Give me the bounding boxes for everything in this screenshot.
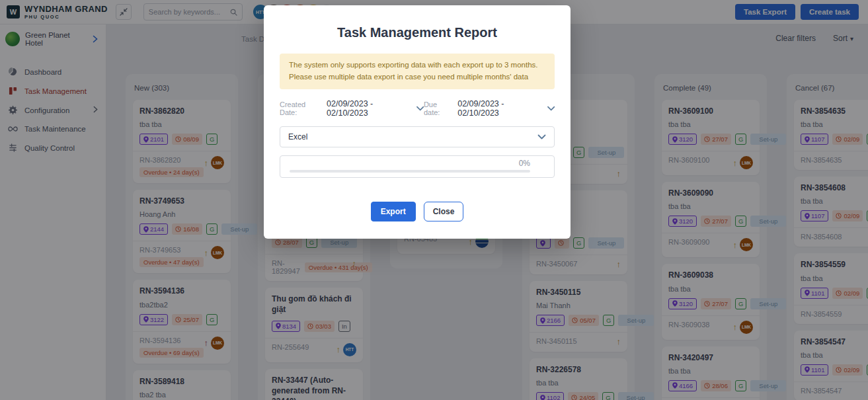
export-format-value: Excel	[288, 132, 307, 141]
date-filters-row: Created Date: 02/09/2023 - 02/10/2023 Du…	[280, 99, 555, 118]
created-date-value: 02/09/2023 - 02/10/2023	[327, 99, 412, 118]
progress-track	[290, 170, 530, 173]
chevron-down-icon	[416, 106, 424, 111]
chevron-down-icon	[537, 134, 546, 140]
export-progress: 0%	[280, 155, 555, 178]
modal-actions: Export Close	[280, 202, 555, 221]
chevron-down-icon	[547, 106, 555, 111]
created-date-dropdown[interactable]: Created Date: 02/09/2023 - 02/10/2023	[280, 99, 424, 118]
due-date-label: Due date:	[424, 100, 454, 116]
created-date-label: Created Date:	[280, 100, 323, 116]
export-format-select[interactable]: Excel	[280, 126, 555, 147]
modal-title: Task Management Report	[280, 25, 555, 40]
close-button[interactable]: Close	[424, 202, 464, 221]
due-date-dropdown[interactable]: Due date: 02/09/2023 - 02/10/2023	[424, 99, 555, 118]
due-date-value: 02/09/2023 - 02/10/2023	[457, 99, 543, 118]
export-button[interactable]: Export	[371, 202, 416, 221]
export-warning-banner: The system only supports exporting data …	[280, 54, 555, 89]
progress-percent: 0%	[290, 159, 530, 168]
task-report-modal: Task Management Report The system only s…	[264, 5, 571, 239]
